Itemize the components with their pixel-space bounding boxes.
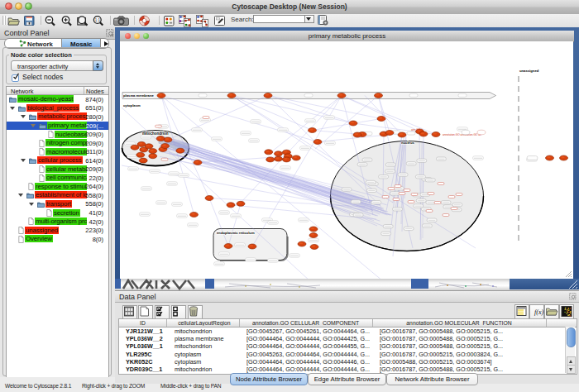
svg-text:cytoplasm: cytoplasm bbox=[123, 103, 141, 108]
svg-text:1:1: 1:1 bbox=[95, 18, 101, 22]
svg-text:f(x): f(x) bbox=[534, 308, 543, 316]
svg-text:mitochondrion: mitochondrion bbox=[142, 131, 169, 136]
svg-text:ann.GO: ann.GO bbox=[411, 128, 421, 131]
svg-text:endoplasmic reticulum: endoplasmic reticulum bbox=[217, 231, 255, 235]
svg-text:plasma membrane: plasma membrane bbox=[123, 93, 154, 98]
svg-text:nucleus: nucleus bbox=[401, 141, 414, 145]
svg-text:unassigned: unassigned bbox=[519, 69, 539, 73]
